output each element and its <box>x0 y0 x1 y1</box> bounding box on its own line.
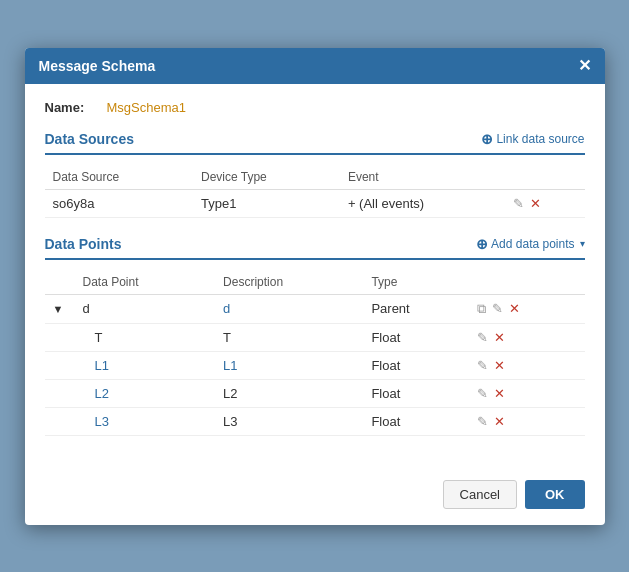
data-points-header: Data Points ⊕ Add data points ▾ <box>45 236 585 260</box>
dialog-body: Name: MsgSchema1 Data Sources ⊕ Link dat… <box>25 84 605 470</box>
dp-name: d <box>75 294 216 323</box>
copy-dp-button[interactable]: ⧉ <box>477 301 486 317</box>
ok-button[interactable]: OK <box>525 480 585 509</box>
dp-actions: ✎ ✕ <box>469 379 584 407</box>
delete-dp-button[interactable]: ✕ <box>494 386 505 401</box>
add-plus-icon: ⊕ <box>476 236 488 252</box>
dp-type: Float <box>363 351 469 379</box>
chevron-cell-empty <box>45 351 75 379</box>
dp-name: T <box>75 323 216 351</box>
dp-description: L3 <box>215 407 363 435</box>
edit-dp-button[interactable]: ✎ <box>492 301 503 316</box>
dp-actions: ✎ ✕ <box>469 351 584 379</box>
dp-actions: ✎ ✕ <box>469 407 584 435</box>
edit-ds-button[interactable]: ✎ <box>513 196 524 211</box>
data-points-title: Data Points <box>45 236 122 252</box>
dp-name: L2 <box>75 379 216 407</box>
add-data-points-button[interactable]: ⊕ Add data points ▾ <box>476 236 584 252</box>
name-row: Name: MsgSchema1 <box>45 100 585 115</box>
data-point-row: T T Float ✎ ✕ <box>45 323 585 351</box>
dialog-header: Message Schema ✕ <box>25 48 605 84</box>
delete-dp-button[interactable]: ✕ <box>494 330 505 345</box>
ds-device-type: Type1 <box>193 189 340 217</box>
data-sources-header: Data Sources ⊕ Link data source <box>45 131 585 155</box>
data-sources-header-row: Data Source Device Type Event <box>45 165 585 190</box>
dp-type: Float <box>363 323 469 351</box>
data-point-row: L1 L1 Float ✎ ✕ <box>45 351 585 379</box>
add-data-points-label: Add data points <box>491 237 574 251</box>
col-data-point-name: Data Point <box>75 270 216 295</box>
ds-actions: ✎ ✕ <box>505 189 584 217</box>
delete-dp-button[interactable]: ✕ <box>494 414 505 429</box>
ds-name: so6y8a <box>45 189 193 217</box>
col-data-point <box>45 270 75 295</box>
link-data-source-button[interactable]: ⊕ Link data source <box>481 131 584 147</box>
dp-description: L1 <box>215 351 363 379</box>
dp-actions: ✎ ✕ <box>469 323 584 351</box>
col-event: Event <box>340 165 506 190</box>
data-point-row: L3 L3 Float ✎ ✕ <box>45 407 585 435</box>
link-data-source-label: Link data source <box>496 132 584 146</box>
col-description: Description <box>215 270 363 295</box>
dp-type: Float <box>363 379 469 407</box>
dp-description: L2 <box>215 379 363 407</box>
message-schema-dialog: Message Schema ✕ Name: MsgSchema1 Data S… <box>25 48 605 525</box>
edit-dp-button[interactable]: ✎ <box>477 386 488 401</box>
dp-type: Parent <box>363 294 469 323</box>
data-point-row: L2 L2 Float ✎ ✕ <box>45 379 585 407</box>
name-label: Name: <box>45 100 95 115</box>
chevron-cell-empty <box>45 323 75 351</box>
delete-ds-button[interactable]: ✕ <box>530 196 541 211</box>
data-points-table: Data Point Description Type ▼ d d Parent <box>45 270 585 436</box>
dp-type: Float <box>363 407 469 435</box>
data-sources-table: Data Source Device Type Event so6y8a Typ… <box>45 165 585 218</box>
data-points-header-row: Data Point Description Type <box>45 270 585 295</box>
edit-dp-button[interactable]: ✎ <box>477 358 488 373</box>
close-button[interactable]: ✕ <box>578 58 591 74</box>
col-actions-ds <box>505 165 584 190</box>
name-value: MsgSchema1 <box>107 100 186 115</box>
data-source-row: so6y8a Type1 + (All events) ✎ ✕ <box>45 189 585 217</box>
col-device-type: Device Type <box>193 165 340 190</box>
chevron-cell-empty <box>45 407 75 435</box>
chevron-cell[interactable]: ▼ <box>45 294 75 323</box>
dp-name: L3 <box>75 407 216 435</box>
dp-description: T <box>215 323 363 351</box>
link-plus-icon: ⊕ <box>481 131 493 147</box>
edit-dp-button[interactable]: ✎ <box>477 414 488 429</box>
data-points-section: Data Points ⊕ Add data points ▾ Data Poi… <box>45 236 585 436</box>
col-type: Type <box>363 270 469 295</box>
ds-event: + (All events) <box>340 189 506 217</box>
dp-name: L1 <box>75 351 216 379</box>
delete-dp-button[interactable]: ✕ <box>494 358 505 373</box>
delete-dp-button[interactable]: ✕ <box>509 301 520 316</box>
data-sources-title: Data Sources <box>45 131 134 147</box>
data-sources-section: Data Sources ⊕ Link data source Data Sou… <box>45 131 585 218</box>
chevron-cell-empty <box>45 379 75 407</box>
add-data-points-dropdown-icon: ▾ <box>580 238 585 249</box>
edit-dp-button[interactable]: ✎ <box>477 330 488 345</box>
cancel-button[interactable]: Cancel <box>443 480 517 509</box>
dialog-footer: Cancel OK <box>25 470 605 525</box>
data-point-row: ▼ d d Parent ⧉ ✎ ✕ <box>45 294 585 323</box>
col-data-source: Data Source <box>45 165 193 190</box>
dp-description: d <box>215 294 363 323</box>
dialog-title: Message Schema <box>39 58 156 74</box>
dp-actions: ⧉ ✎ ✕ <box>469 294 584 323</box>
col-actions-dp <box>469 270 584 295</box>
